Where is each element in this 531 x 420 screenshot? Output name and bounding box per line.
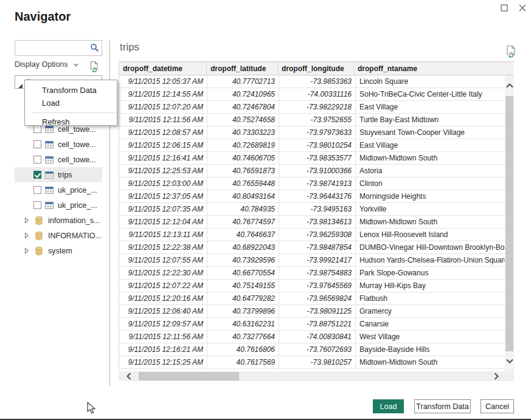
table-cell: -73.91000366 bbox=[279, 165, 356, 177]
table-cell: -74.00830841 bbox=[279, 331, 356, 343]
table-cell: 9/11/2015 12:06:15 AM bbox=[119, 139, 207, 151]
table-cell: 9/11/2015 12:25:53 AM bbox=[119, 165, 207, 177]
table-row: 9/11/2015 12:37:05 AM40.80493164-73.9644… bbox=[119, 190, 514, 203]
chevron-collapsed-icon[interactable] bbox=[24, 247, 30, 254]
menu-item-transform-data[interactable]: Transform Data bbox=[25, 84, 117, 97]
table-row: 9/11/2015 12:16:41 AM40.74606705-73.9835… bbox=[119, 152, 514, 165]
table-cell: -73.98353577 bbox=[279, 152, 356, 164]
table-cell: 40.77702713 bbox=[207, 75, 279, 88]
search-box[interactable] bbox=[15, 40, 102, 56]
tree-item-information-s-[interactable]: information_s... bbox=[15, 213, 102, 228]
tree-item-system[interactable]: system bbox=[15, 243, 102, 258]
table-cell: 40.66770554 bbox=[207, 267, 279, 279]
table-cell: -73.9853363 bbox=[279, 75, 356, 88]
table-row: 9/11/2015 12:07:20 AM40.72467804-73.9822… bbox=[119, 101, 514, 114]
vertical-scroll-thumb[interactable] bbox=[505, 96, 513, 351]
table-cell: -73.98487854 bbox=[279, 241, 356, 253]
table-cell: -73.98229218 bbox=[279, 101, 356, 113]
checkbox-unchecked[interactable] bbox=[33, 140, 41, 148]
table-row: 9/11/2015 12:11:56 AM40.73277664-74.0083… bbox=[119, 331, 514, 343]
table-cell: 40.76559448 bbox=[207, 177, 279, 190]
table-cell: -73.98091125 bbox=[279, 305, 356, 317]
table-row: 9/11/2015 12:07:55 AM40.73929596-73.9992… bbox=[119, 254, 514, 267]
table-cell: 40.76591873 bbox=[207, 165, 279, 177]
tree-item-cell-towe-[interactable]: cell_towe... bbox=[15, 152, 102, 167]
table-cell: Lincoln Square bbox=[356, 75, 505, 88]
table-row: 9/11/2015 12:16:21 AM40.7616806-73.76072… bbox=[119, 343, 514, 356]
table-cell: 40.76774597 bbox=[207, 216, 279, 228]
table-cell: Turtle Bay-East Midtown bbox=[356, 114, 505, 126]
table-row: 9/11/2015 12:12:04 AM40.76774597-73.9813… bbox=[119, 216, 514, 229]
tree-item-trips[interactable]: trips bbox=[15, 167, 102, 182]
scroll-down-icon[interactable] bbox=[505, 353, 514, 369]
load-button[interactable]: Load bbox=[373, 399, 404, 413]
table-cell: 9/11/2015 12:03:00 AM bbox=[119, 177, 207, 190]
checkbox-checked[interactable] bbox=[33, 171, 41, 179]
table-row: 9/11/2015 12:14:55 AM40.72410965-74.0033… bbox=[119, 88, 514, 101]
tree-item-label: system bbox=[48, 247, 72, 255]
close-button[interactable] bbox=[516, 2, 529, 13]
preview-title: trips bbox=[120, 41, 139, 53]
table-cell: -73.99921417 bbox=[279, 254, 356, 266]
scroll-left-icon[interactable] bbox=[123, 371, 134, 381]
table-cell: 9/11/2015 12:22:30 AM bbox=[119, 267, 207, 279]
database-icon bbox=[35, 232, 44, 240]
table-cell: Midtown-Midtown South bbox=[356, 216, 505, 228]
table-cell: -73.98741913 bbox=[279, 177, 356, 190]
scroll-right-icon[interactable] bbox=[491, 371, 502, 381]
tree-item-label: cell_towe... bbox=[58, 140, 96, 149]
table-cell: 9/11/2015 12:16:21 AM bbox=[119, 343, 207, 356]
table-cell: Murray Hill-Kips Bay bbox=[356, 280, 505, 292]
table-row: 9/11/2015 12:15:25 AM40.7617569-73.98102… bbox=[119, 356, 514, 369]
checkbox-unchecked[interactable] bbox=[33, 201, 41, 209]
table-cell: 9/11/2015 12:07:55 AM bbox=[119, 254, 207, 266]
checkbox-unchecked[interactable] bbox=[33, 156, 41, 164]
table-cell: -73.96443176 bbox=[279, 190, 356, 202]
table-row: 9/11/2015 12:09:57 AM40.63162231-73.8875… bbox=[119, 318, 514, 331]
table-cell: -73.76072693 bbox=[279, 343, 356, 356]
tree-item-cell-towe-[interactable]: cell_towe... bbox=[15, 137, 102, 152]
tree-item-label: INFORMATIO... bbox=[48, 232, 102, 240]
vertical-scrollbar[interactable] bbox=[505, 75, 514, 371]
maximize-button[interactable] bbox=[498, 2, 510, 13]
tree-item-informatio-[interactable]: INFORMATIO... bbox=[15, 228, 102, 243]
table-body: 9/11/2015 12:05:37 AM40.77702713-73.9853… bbox=[119, 75, 514, 369]
mouse-cursor bbox=[87, 402, 95, 417]
table-icon bbox=[45, 156, 54, 164]
table-cell: 40.74606705 bbox=[207, 152, 279, 164]
table-cell: 9/11/2015 12:08:57 AM bbox=[119, 126, 207, 139]
table-cell: 9/11/2015 12:07:35 AM bbox=[119, 203, 207, 215]
cancel-button[interactable]: Cancel bbox=[481, 399, 514, 413]
search-input[interactable] bbox=[18, 42, 88, 54]
table-cell: 9/11/2015 12:12:04 AM bbox=[119, 216, 207, 228]
table-cell: 40.73929596 bbox=[207, 254, 279, 266]
chevron-collapsed-icon[interactable] bbox=[24, 232, 30, 239]
table-row: 9/11/2015 12:03:00 AM40.76559448-73.9874… bbox=[119, 177, 514, 190]
column-header-dropoff_ntaname: dropoff_ntaname bbox=[353, 62, 512, 75]
tree-item-uk-price-[interactable]: uk_price_... bbox=[15, 182, 102, 198]
table-cell: Clinton bbox=[356, 177, 505, 190]
menu-item-refresh[interactable]: Refresh bbox=[25, 115, 117, 128]
table-row: 9/11/2015 12:25:53 AM40.76591873-73.9100… bbox=[119, 165, 514, 177]
scroll-up-icon[interactable] bbox=[505, 78, 514, 94]
table-cell: -73.98010254 bbox=[279, 139, 356, 151]
table-cell: -73.97645569 bbox=[279, 280, 356, 292]
refresh-preview-icon[interactable] bbox=[89, 61, 100, 75]
table-cell: -73.9752655 bbox=[279, 114, 356, 126]
transform-data-button[interactable]: Transform Data bbox=[414, 399, 471, 413]
table-cell: 40.72467804 bbox=[207, 101, 279, 113]
table-cell: 9/11/2015 12:05:37 AM bbox=[119, 75, 207, 88]
tree-item-uk-price-[interactable]: uk_price_... bbox=[15, 198, 102, 213]
table-cell: 40.784935 bbox=[207, 203, 279, 215]
table-row: 9/11/2015 12:13:11 AM40.7646637-73.96259… bbox=[119, 229, 514, 241]
refresh-table-icon[interactable] bbox=[505, 45, 517, 60]
checkbox-unchecked[interactable] bbox=[33, 186, 41, 194]
table-row: 9/11/2015 12:22:30 AM40.66770554-73.9875… bbox=[119, 267, 514, 280]
chevron-collapsed-icon[interactable] bbox=[24, 217, 30, 224]
table-cell: 40.72410965 bbox=[207, 88, 279, 100]
menu-item-load[interactable]: Load bbox=[25, 97, 117, 109]
table-cell: 9/11/2015 12:22:38 AM bbox=[119, 241, 207, 253]
horizontal-scrollbar[interactable] bbox=[119, 371, 514, 381]
horizontal-scroll-thumb[interactable] bbox=[139, 372, 239, 380]
table-cell: 9/11/2015 12:11:56 AM bbox=[119, 331, 207, 343]
